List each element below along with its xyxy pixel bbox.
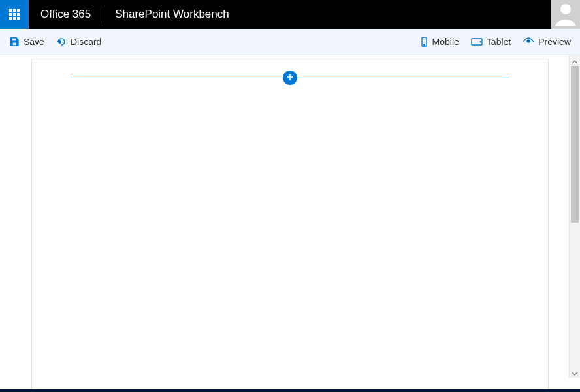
undo-icon [56,37,67,47]
page-title: SharePoint Workbench [103,8,241,21]
brand-label[interactable]: Office 365 [29,8,103,21]
eye-icon [523,37,534,47]
svg-point-7 [480,41,481,42]
save-label: Save [24,37,44,47]
save-icon [9,37,20,47]
tablet-icon [471,37,483,47]
canvas-area [0,55,580,392]
mobile-label: Mobile [432,37,459,47]
svg-point-0 [560,4,571,14]
person-icon [554,1,577,29]
user-avatar[interactable] [551,0,580,29]
scrollbar-thumb[interactable] [571,66,579,223]
tablet-button[interactable]: Tablet [471,37,511,47]
canvas-page [31,59,549,392]
bottom-border [0,389,580,392]
chevron-down-icon [572,367,578,378]
vertical-scrollbar[interactable] [569,55,580,378]
app-launcher-button[interactable] [0,0,29,29]
preview-button[interactable]: Preview [523,37,571,47]
suite-nav-bar: Office 365 SharePoint Workbench [0,0,580,29]
discard-label: Discard [71,37,101,47]
scroll-up-button[interactable] [570,55,580,66]
command-bar: Save Discard Mobile [0,29,580,55]
discard-button[interactable]: Discard [56,37,101,47]
plus-icon [286,72,294,84]
waffle-icon [9,9,20,20]
chevron-up-icon [572,55,578,67]
mobile-icon [419,37,428,47]
svg-point-5 [423,44,424,45]
svg-rect-1 [12,38,16,41]
preview-label: Preview [538,37,571,47]
scroll-down-button[interactable] [570,367,580,378]
save-button[interactable]: Save [9,37,44,47]
tablet-label: Tablet [487,37,511,47]
add-webpart-button[interactable] [283,71,297,85]
svg-point-8 [527,40,530,42]
add-section-line [71,78,509,78]
mobile-button[interactable]: Mobile [419,37,459,47]
svg-rect-2 [12,42,16,46]
